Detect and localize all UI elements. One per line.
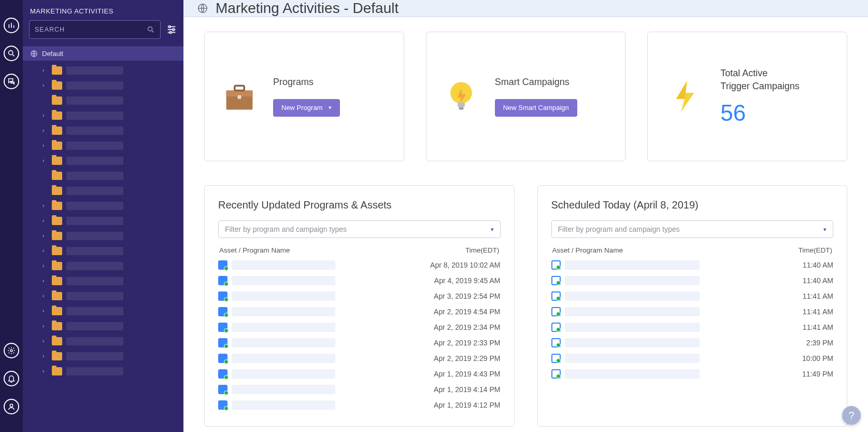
chevron-right-icon: › xyxy=(42,323,44,329)
table-row[interactable]: Apr 4, 2019 9:45 AM xyxy=(218,273,501,288)
scheduled-filter-select[interactable]: Filter by program and campaign types ▾ xyxy=(551,220,834,238)
table-row[interactable]: Apr 1, 2019 4:43 PM xyxy=(218,366,501,382)
tree-folder-item[interactable]: › xyxy=(23,153,183,168)
tree-folder-item[interactable]: › xyxy=(23,349,183,364)
help-button[interactable]: ? xyxy=(842,406,861,425)
nav-chat-icon[interactable] xyxy=(4,74,19,89)
svg-rect-14 xyxy=(458,103,465,107)
search-input[interactable] xyxy=(35,26,147,33)
redacted-label xyxy=(66,367,123,375)
redacted-label xyxy=(66,217,123,225)
redacted-label xyxy=(66,277,123,285)
redacted-name xyxy=(232,260,335,270)
recent-filter-select[interactable]: Filter by program and campaign types ▾ xyxy=(218,220,501,238)
tree-folder-item[interactable]: › xyxy=(23,138,183,153)
redacted-label xyxy=(66,66,123,75)
nav-marketing-icon[interactable] xyxy=(4,18,19,33)
table-row[interactable]: 11:41 AM xyxy=(551,288,834,304)
tree-folder-item[interactable]: › xyxy=(23,168,183,183)
lightning-icon xyxy=(662,77,707,116)
tree-folder-item[interactable]: › xyxy=(23,123,183,138)
nav-settings-icon[interactable] xyxy=(4,343,19,358)
tree-folder-item[interactable]: › xyxy=(23,228,183,243)
table-row[interactable]: 10:00 PM xyxy=(551,351,834,366)
tree-folder-item[interactable]: › xyxy=(23,213,183,228)
tree-folder-item[interactable]: › xyxy=(23,333,183,349)
redacted-name xyxy=(565,354,700,363)
smart-title: Smart Campaigns xyxy=(495,77,577,88)
folder-icon xyxy=(52,277,62,285)
chevron-right-icon: › xyxy=(42,218,44,224)
table-row[interactable]: 11:40 AM xyxy=(551,257,834,273)
svg-point-4 xyxy=(169,26,171,28)
tree-folder-item[interactable]: › xyxy=(23,273,183,288)
table-row[interactable]: 11:40 AM xyxy=(551,273,834,288)
table-row[interactable]: Apr 2, 2019 2:34 PM xyxy=(218,319,501,335)
row-time: Apr 1, 2019 4:43 PM xyxy=(434,370,500,378)
row-time: Apr 4, 2019 9:45 AM xyxy=(434,276,501,285)
tree-folder-item[interactable]: › xyxy=(23,364,183,379)
redacted-label xyxy=(66,81,123,90)
row-time: Apr 2, 2019 2:34 PM xyxy=(434,323,500,331)
recent-title: Recently Updated Programs & Assets xyxy=(218,199,501,211)
folder-icon xyxy=(52,202,62,210)
table-row[interactable]: 11:49 PM xyxy=(551,366,834,382)
programs-title: Programs xyxy=(273,77,340,88)
table-row[interactable]: Apr 3, 2019 2:54 PM xyxy=(218,288,501,304)
chevron-right-icon: › xyxy=(42,308,44,314)
tree-folder-item[interactable]: › xyxy=(23,243,183,258)
campaign-icon xyxy=(551,307,561,316)
table-row[interactable]: 11:41 AM xyxy=(551,304,834,319)
tree-folder-item[interactable]: › xyxy=(23,78,183,93)
new-program-label: New Program xyxy=(281,104,322,112)
tree-root-label: Default xyxy=(42,50,63,58)
tree-root-item[interactable]: Default xyxy=(23,46,183,61)
tree-folder-item[interactable]: › xyxy=(23,63,183,78)
filter-settings-icon[interactable] xyxy=(166,24,177,35)
redacted-name xyxy=(565,260,700,270)
redacted-label xyxy=(66,232,123,240)
tree-title: MARKETING ACTIVITIES xyxy=(23,0,183,15)
tree-folder-item[interactable]: › xyxy=(23,288,183,303)
icon-rail xyxy=(0,0,23,432)
scheduled-filter-placeholder: Filter by program and campaign types xyxy=(558,225,680,233)
new-smart-campaign-button[interactable]: New Smart Campaign xyxy=(495,99,577,117)
table-row[interactable]: Apr 1, 2019 4:14 PM xyxy=(218,382,501,397)
tree-search[interactable] xyxy=(29,20,161,39)
scheduled-title: Scheduled Today (April 8, 2019) xyxy=(551,199,834,211)
table-row[interactable]: Apr 2, 2019 2:29 PM xyxy=(218,351,501,366)
table-row[interactable]: 2:39 PM xyxy=(551,335,834,351)
table-row[interactable]: 11:41 AM xyxy=(551,319,834,335)
asset-type-icon xyxy=(218,400,227,410)
tree-folder-item[interactable]: › xyxy=(23,198,183,213)
folder-icon xyxy=(52,112,62,120)
folder-icon xyxy=(52,96,62,105)
chevron-right-icon: › xyxy=(42,353,44,359)
table-row[interactable]: Apr 2, 2019 4:54 PM xyxy=(218,304,501,319)
table-row[interactable]: Apr 8, 2019 10:02 AM xyxy=(218,257,501,273)
chevron-right-icon: › xyxy=(42,128,44,133)
table-row[interactable]: Apr 2, 2019 2:33 PM xyxy=(218,335,501,351)
nav-profile-icon[interactable] xyxy=(4,399,19,414)
folder-icon xyxy=(52,127,62,135)
tree-folder-item[interactable]: › xyxy=(23,258,183,273)
tree-folder-item[interactable]: › xyxy=(23,183,183,198)
table-row[interactable]: Apr 1, 2019 4:12 PM xyxy=(218,397,501,413)
chevron-right-icon: › xyxy=(42,67,44,73)
tree-folder-item[interactable]: › xyxy=(23,108,183,123)
svg-rect-12 xyxy=(238,95,241,99)
globe-icon xyxy=(30,50,38,58)
tree-folder-item[interactable]: › xyxy=(23,303,183,318)
chevron-down-icon: ▾ xyxy=(823,226,827,233)
svg-point-1 xyxy=(10,350,12,352)
new-program-button[interactable]: New Program ▾ xyxy=(273,99,340,117)
nav-notifications-icon[interactable] xyxy=(4,371,19,386)
tree-folder-item[interactable]: › xyxy=(23,93,183,108)
asset-type-icon xyxy=(218,276,227,285)
nav-search-icon[interactable] xyxy=(4,46,19,61)
programs-card: Programs New Program ▾ xyxy=(204,32,404,161)
tree-folder-item[interactable]: › xyxy=(23,318,183,333)
redacted-label xyxy=(66,202,123,210)
redacted-label xyxy=(66,337,123,345)
campaign-icon xyxy=(551,354,561,363)
